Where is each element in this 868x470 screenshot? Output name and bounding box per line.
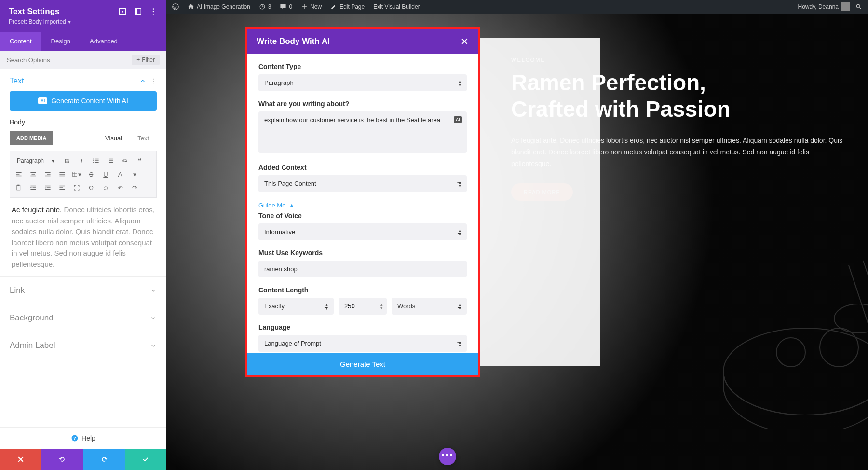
add-media-button[interactable]: ADD MEDIA	[10, 131, 53, 145]
expand-icon[interactable]	[118, 7, 127, 16]
editor-tab-text[interactable]: Text	[130, 131, 157, 146]
underline-icon[interactable]: U	[101, 169, 110, 179]
emoji-icon[interactable]: ☺	[101, 183, 110, 193]
preset-dropdown[interactable]: Preset: Body imported ▾	[9, 18, 158, 25]
language-label: Language	[258, 323, 467, 331]
svg-rect-19	[95, 160, 99, 161]
svg-rect-17	[95, 159, 99, 159]
svg-rect-50	[45, 189, 50, 190]
special-char-icon[interactable]: Ω	[86, 183, 96, 193]
svg-rect-43	[17, 185, 20, 190]
svg-point-13	[153, 79, 154, 80]
search-icon[interactable]	[855, 3, 862, 10]
svg-text:3: 3	[108, 161, 109, 164]
svg-rect-28	[16, 172, 21, 173]
paste-icon[interactable]	[14, 183, 24, 193]
tab-design[interactable]: Design	[41, 32, 80, 51]
builder-fab[interactable]: •••	[439, 448, 456, 465]
generate-content-button[interactable]: AIGenerate Content With AI	[10, 91, 157, 111]
more-icon[interactable]	[149, 7, 158, 16]
redo-icon[interactable]: ↷	[130, 183, 139, 193]
filter-button[interactable]: + Filter	[132, 55, 160, 65]
ai-badge-icon: AI	[38, 97, 47, 104]
comments-link[interactable]: 0	[280, 3, 292, 10]
body-label: Body	[10, 118, 157, 126]
editor-content[interactable]: Ac feugiat ante. Donec ultricies loborti…	[10, 198, 157, 276]
align-left-icon[interactable]	[14, 169, 24, 179]
edit-page-link[interactable]: Edit Page	[330, 3, 365, 10]
editor-toolbar: Paragraph▾ B I 123 ❝ ▾ S U A ▾	[10, 151, 157, 198]
length-label: Content Length	[258, 286, 467, 294]
svg-point-20	[93, 162, 94, 163]
undo-icon[interactable]: ↶	[115, 183, 125, 193]
length-mode-select[interactable]: Exactly	[258, 298, 334, 315]
link-icon[interactable]	[120, 156, 130, 166]
bullet-list-icon[interactable]	[91, 156, 101, 166]
section-background[interactable]: Background	[0, 304, 166, 332]
quote-icon[interactable]: ❝	[135, 156, 144, 166]
about-textarea[interactable]	[258, 111, 467, 153]
editor-tab-visual[interactable]: Visual	[97, 131, 130, 146]
section-more-icon[interactable]	[150, 78, 157, 84]
updates-link[interactable]: 3	[259, 3, 271, 10]
align-justify-icon[interactable]	[57, 169, 67, 179]
svg-rect-47	[30, 189, 36, 190]
section-admin-label[interactable]: Admin Label	[0, 332, 166, 359]
language-select[interactable]: Language of Prompt	[258, 335, 467, 352]
bold-icon[interactable]: B	[62, 156, 72, 166]
settings-sidebar: Text Settings Preset: Body imported ▾ Co…	[0, 0, 166, 470]
search-input[interactable]	[7, 56, 132, 64]
strikethrough-icon[interactable]: S	[86, 169, 96, 179]
keywords-input[interactable]	[258, 261, 467, 277]
svg-rect-33	[30, 176, 36, 176]
section-link[interactable]: Link	[0, 276, 166, 304]
chevron-up-icon[interactable]	[139, 78, 146, 84]
table-icon[interactable]: ▾	[72, 169, 81, 179]
text-color-icon[interactable]: A	[115, 169, 125, 179]
text-color-dropdown-icon[interactable]: ▾	[130, 169, 139, 179]
align-center-icon[interactable]	[28, 169, 38, 179]
content-type-select[interactable]: Paragraph	[258, 74, 467, 91]
cancel-button[interactable]	[0, 449, 41, 470]
exit-builder-link[interactable]: Exit Visual Builder	[373, 3, 420, 10]
svg-rect-48	[45, 186, 50, 186]
svg-text:?: ?	[73, 436, 76, 441]
fullscreen-icon[interactable]	[72, 183, 81, 193]
svg-rect-31	[30, 172, 36, 173]
tone-select[interactable]: Informative	[258, 223, 467, 240]
context-select[interactable]: This Page Content	[258, 175, 467, 192]
number-list-icon[interactable]: 123	[106, 156, 115, 166]
about-label: What are you writing about?	[258, 100, 467, 108]
wp-admin-bar: AI Image Generation 3 0 New Edit Page Ex…	[166, 0, 868, 14]
guide-me-toggle[interactable]: Guide Me ▲	[258, 202, 295, 209]
redo-button[interactable]	[83, 449, 125, 470]
length-number-input[interactable]	[339, 298, 387, 315]
length-unit-select[interactable]: Words	[392, 298, 467, 315]
svg-point-18	[93, 160, 94, 161]
svg-rect-34	[45, 172, 50, 173]
keywords-label: Must Use Keywords	[258, 249, 467, 257]
site-name-link[interactable]: AI Image Generation	[188, 3, 250, 10]
new-link[interactable]: New	[301, 3, 322, 10]
svg-rect-46	[33, 187, 36, 188]
wp-logo[interactable]	[172, 3, 179, 10]
howdy-link[interactable]: Howdy, Deanna	[798, 2, 850, 11]
format-select[interactable]: Paragraph▾	[14, 156, 57, 166]
close-icon[interactable]: ✕	[461, 36, 469, 47]
save-button[interactable]	[125, 449, 166, 470]
ai-suggest-icon[interactable]: AI	[454, 116, 462, 123]
generate-text-button[interactable]: Generate Text	[247, 353, 478, 375]
indent-right-icon[interactable]	[57, 183, 67, 193]
outdent-icon[interactable]	[28, 183, 38, 193]
undo-button[interactable]	[41, 449, 83, 470]
align-right-icon[interactable]	[43, 169, 53, 179]
section-text-header[interactable]: Text	[10, 77, 157, 85]
dock-icon[interactable]	[134, 7, 142, 16]
italic-icon[interactable]: I	[77, 156, 86, 166]
svg-rect-53	[59, 189, 65, 190]
indent-icon[interactable]	[43, 183, 53, 193]
help-link[interactable]: ?Help	[0, 427, 166, 449]
tab-advanced[interactable]: Advanced	[80, 32, 127, 51]
tab-content[interactable]: Content	[0, 32, 41, 51]
svg-rect-37	[59, 172, 65, 173]
